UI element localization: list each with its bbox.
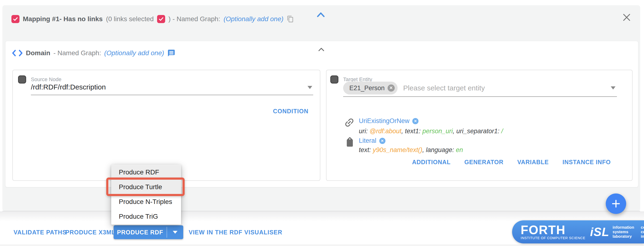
param-key: , language: xyxy=(422,146,456,153)
menu-item-produce-rdf[interactable]: Produce RDF xyxy=(111,165,181,180)
cci-caption: center of cultural informatics xyxy=(641,225,644,239)
forth-logo-bar: FORTH INSTITUTE OF COMPUTER SCIENCE iSL … xyxy=(512,220,644,243)
remove-generator-icon[interactable] xyxy=(412,118,418,124)
condition-button[interactable]: CONDITION xyxy=(273,108,308,115)
cci-caption-line: center of xyxy=(641,225,644,230)
collapse-domain-chevron-up-icon[interactable] xyxy=(318,47,324,52)
remove-generator-icon[interactable] xyxy=(379,138,386,144)
isl-caption-line: information xyxy=(613,225,634,230)
generator-name-uri[interactable]: UriExistingOrNew xyxy=(359,117,410,125)
target-entity-placeholder: Please select target entity xyxy=(403,84,485,92)
comment-icon[interactable] xyxy=(167,49,176,57)
produce-rdf-button[interactable]: PRODUCE RDF xyxy=(114,225,166,239)
target-actions: ADDITIONAL GENERATOR VARIABLE INSTANCE I… xyxy=(412,159,611,166)
domain-named-graph-add-link[interactable]: (Optionally add one) xyxy=(104,49,164,57)
check-icon xyxy=(12,16,18,22)
mapping-title: Mapping #1- Has no links xyxy=(23,15,103,23)
forth-logo: FORTH INSTITUTE OF COMPUTER SCIENCE xyxy=(521,224,585,240)
menu-item-produce-turtle[interactable]: Produce Turtle xyxy=(111,180,181,194)
target-entity-panel: Target Entity E21_Person Please select t… xyxy=(326,70,632,181)
generator-params-literal: text: y90s_name/text(), language: en xyxy=(359,146,463,154)
additional-button[interactable]: ADDITIONAL xyxy=(412,159,450,166)
validate-paths-button[interactable]: VALIDATE PATHS xyxy=(14,225,66,239)
collapse-mapping-chevron-up-icon[interactable] xyxy=(316,12,325,18)
add-mapping-fab-button[interactable] xyxy=(606,193,626,214)
param-value: en xyxy=(456,146,463,153)
isl-caption-line: laboratory xyxy=(613,234,634,239)
source-node-value[interactable]: /rdf:RDF/rdf:Description xyxy=(31,83,106,91)
isl-caption-line: systems xyxy=(613,230,634,234)
target-entity-dropdown-caret-icon[interactable] xyxy=(611,86,616,90)
isl-logo: iSL xyxy=(590,225,609,239)
mapping-header: Mapping #1- Has no links (0 links select… xyxy=(12,13,294,25)
target-entity-underline xyxy=(343,96,617,97)
source-node-dropdown-caret-icon[interactable] xyxy=(308,86,312,89)
plus-icon xyxy=(611,199,621,208)
copy-mapping-icon[interactable] xyxy=(287,15,294,23)
domain-title: Domain xyxy=(26,49,50,57)
cci-caption-line: informatics xyxy=(641,234,644,239)
links-checkbox[interactable] xyxy=(157,15,165,23)
param-value: / xyxy=(501,128,503,135)
caret-down-icon xyxy=(173,231,178,234)
cci-caption-line: cultural xyxy=(641,230,644,234)
produce-menu: Produce RDF Produce Turtle Produce N-Tri… xyxy=(111,165,181,225)
param-key: , uri_separator1: xyxy=(453,128,501,135)
instance-info-button[interactable]: INSTANCE INFO xyxy=(562,159,611,166)
entity-chip-label: E21_Person xyxy=(349,85,385,92)
view-rdf-visualiser-button[interactable]: VIEW IN THE RDF VISUALISER xyxy=(189,225,282,239)
menu-item-produce-trig[interactable]: Produce TriG xyxy=(111,209,181,224)
links-selected-text: (0 links selected xyxy=(106,15,154,23)
domain-named-graph-text: - Named Graph: xyxy=(54,49,101,57)
target-entity-checkbox[interactable] xyxy=(330,75,338,84)
check-icon xyxy=(158,16,164,22)
source-node-underline xyxy=(31,95,313,95)
variable-button[interactable]: VARIABLE xyxy=(517,159,549,166)
code-brackets-icon xyxy=(12,49,23,57)
param-key: text: xyxy=(359,146,373,153)
forth-logo-text: FORTH xyxy=(521,224,566,236)
param-value: person_uri xyxy=(422,128,453,135)
source-node-label: Source Node xyxy=(31,76,61,83)
mapping-checkbox[interactable] xyxy=(12,15,20,23)
mapping-editor-page: Mapping #1- Has no links (0 links select… xyxy=(0,0,644,247)
generator-name-literal[interactable]: Literal xyxy=(359,137,376,144)
param-value: y90s_name/text() xyxy=(373,146,422,153)
param-value: @rdf:about xyxy=(370,128,401,135)
generator-button[interactable]: GENERATOR xyxy=(464,159,504,166)
produce-rdf-dropdown-arrow[interactable] xyxy=(167,225,183,239)
forth-caption: INSTITUTE OF COMPUTER SCIENCE xyxy=(521,236,585,240)
produce-x3ml-button[interactable]: PRODUCE X3ML xyxy=(65,225,116,239)
mapping-named-graph-add-link[interactable]: (Optionally add one) xyxy=(224,15,284,23)
entity-chip[interactable]: E21_Person xyxy=(343,82,398,94)
footer-fade xyxy=(0,211,644,221)
divider xyxy=(0,245,644,245)
tag-icon xyxy=(344,138,355,148)
isl-caption: information systems laboratory xyxy=(613,225,634,239)
menu-item-produce-ntriples[interactable]: Produce N-Triples xyxy=(111,194,181,209)
domain-header: Domain - Named Graph: (Optionally add on… xyxy=(12,48,176,58)
param-key: , text1: xyxy=(401,128,422,135)
target-entity-select[interactable]: E21_Person Please select target entity xyxy=(343,81,485,95)
link-icon xyxy=(344,117,355,128)
close-icon[interactable] xyxy=(622,13,631,22)
generator-params-uri: uri: @rdf:about, text1: person_uri, uri_… xyxy=(359,128,503,135)
source-node-panel: Source Node /rdf:RDF/rdf:Description CON… xyxy=(12,70,320,181)
named-graph-text: ) - Named Graph: xyxy=(168,15,220,23)
produce-rdf-split-button: PRODUCE RDF xyxy=(114,225,183,239)
param-key: uri: xyxy=(359,128,370,135)
source-node-checkbox[interactable] xyxy=(18,75,26,84)
remove-entity-icon[interactable] xyxy=(388,85,395,92)
